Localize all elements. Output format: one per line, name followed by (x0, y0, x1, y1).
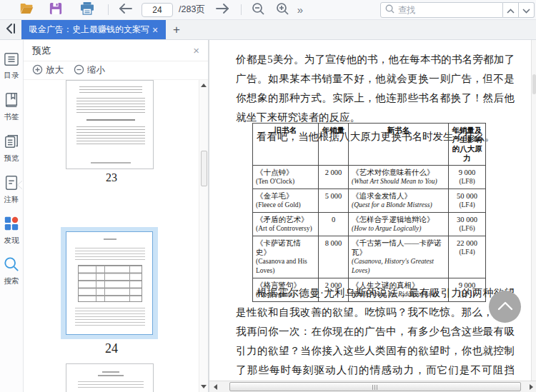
folder-open-icon (19, 2, 34, 18)
preview-panel-title: 预览 (32, 44, 51, 57)
table-row: 《矛盾的艺术》(Art of Controversy) 0 《怎样合乎逻辑地辩论… (253, 213, 486, 236)
preview-scrollbar[interactable] (199, 80, 208, 392)
tab-close-icon[interactable]: × (152, 25, 158, 35)
find-next-button[interactable] (519, 2, 535, 18)
tab-bar: 吸金广告：史上最赚钱的文案写 × + (0, 20, 536, 40)
vertical-scrollbar[interactable] (531, 40, 536, 381)
thumbnail-heading-line (86, 119, 135, 121)
collapse-left-icon (5, 24, 16, 36)
page-number-input[interactable] (142, 3, 173, 17)
scroll-right-button[interactable] (525, 381, 536, 392)
sidebar-item-annotations[interactable]: 注释 (0, 175, 23, 205)
horizontal-scrollbar[interactable] (209, 381, 536, 392)
paragraph-text: 价都是5美分。为了宣传他的书，他在每本书的书名旁都加了广告。如果某本书销量不好，… (236, 50, 515, 127)
book-rename-table: 旧书名 年销量 新书名 年销量及产生影响的八大原力 《十点钟》(Ten O'Cl… (252, 123, 486, 302)
active-panel-caret (18, 181, 23, 189)
thumbnail-title-line (98, 375, 124, 376)
find-previous-button[interactable] (503, 2, 519, 18)
table-row: 《卡萨诺瓦情史》(Casanova and His Loves) 8 000 《… (253, 236, 486, 278)
thumbnail-text-lines (75, 308, 145, 326)
zoom-out-button[interactable] (247, 1, 269, 19)
discover-grid-icon (4, 221, 19, 233)
magnifier-minus-icon (252, 2, 264, 18)
prev-page-button[interactable] (114, 1, 136, 19)
thumbnail-table (78, 265, 142, 302)
chevron-up-icon (497, 301, 513, 313)
horizontal-scrollbar-thumb[interactable] (229, 382, 521, 391)
thumbnail-page-24[interactable] (61, 227, 158, 339)
navigation-sidebar: 目录 书签 预览 注释 发现 (0, 40, 24, 392)
column-header: 年销量 (319, 124, 349, 166)
arrow-right-icon (530, 384, 533, 390)
thumbnail-text-lines (76, 98, 145, 114)
thumbnail-text-lines (79, 86, 142, 94)
plus-circle-icon (32, 64, 43, 77)
preview-panel: 预览 × 放大 缩小 (24, 40, 209, 392)
document-viewport: 价都是5美分。为了宣传他的书，他在每本书的书名旁都加了广告。如果某本书销量不好，… (209, 40, 536, 392)
scroll-up-arrow-icon[interactable] (201, 84, 207, 87)
thumbnail-page-25[interactable] (66, 363, 154, 392)
sidebar-item-toc[interactable]: 目录 (0, 52, 23, 81)
annotation-document-icon (4, 181, 19, 193)
vertical-scrollbar-thumb[interactable] (532, 74, 536, 94)
thumbnail-label-24: 24 (24, 341, 199, 356)
page-total-label: /283页 (179, 4, 205, 16)
thumbnail-page-23[interactable] (66, 80, 154, 169)
thumbnail-label-23: 23 (24, 171, 199, 184)
toolbar-separator (108, 4, 109, 15)
sidebar-item-search[interactable]: 搜索 (0, 256, 23, 286)
thumbnail-text-lines (76, 126, 145, 145)
preview-close-button[interactable]: × (193, 45, 199, 56)
preview-zoom-out-button[interactable]: 缩小 (74, 64, 105, 77)
open-file-button[interactable] (16, 1, 37, 19)
thumbnail-text-lines (78, 381, 144, 388)
scrollbar-grip-icon (372, 385, 378, 390)
arrow-left-icon (119, 4, 132, 16)
search-magnifier-icon (4, 262, 19, 274)
toc-list-icon (4, 56, 19, 69)
print-button[interactable] (76, 1, 98, 19)
search-icon (385, 4, 394, 16)
zoom-in-button[interactable] (272, 1, 293, 19)
document-page[interactable]: 价都是5美分。为了宣传他的书，他在每本书的书名旁都加了广告。如果某本书销量不好，… (209, 40, 531, 381)
thumbnail-list: 23 24 (24, 80, 199, 392)
bookmark-book-icon (4, 98, 19, 110)
minus-circle-icon (74, 64, 84, 77)
thumbnail-text-lines (75, 248, 145, 260)
search-box[interactable] (380, 2, 503, 18)
new-tab-button[interactable]: + (166, 20, 187, 39)
arrow-right-icon (216, 4, 229, 16)
search-input[interactable] (398, 5, 491, 15)
toolbar-separator (241, 4, 242, 15)
save-floppy-icon (49, 2, 62, 18)
more-tools-button[interactable]: » (297, 4, 303, 16)
preview-scrollbar-thumb[interactable] (201, 151, 207, 186)
preview-pages-icon (4, 139, 19, 151)
document-tab[interactable]: 吸金广告：史上最赚钱的文案写 × (21, 20, 166, 39)
thumbnail-footer-line (91, 162, 131, 164)
collapse-tabs-button[interactable] (0, 20, 21, 39)
sidebar-item-bookmarks[interactable]: 书签 (0, 92, 23, 122)
arrow-left-icon (214, 384, 217, 390)
sidebar-item-discover[interactable]: 发现 (0, 216, 23, 246)
sidebar-item-preview[interactable]: 预览 (0, 134, 23, 164)
table-row: 《金羊毛》(Fleece of Gold) 5 000 《追求金发情人》(Que… (253, 189, 486, 213)
chevron-up-icon (507, 4, 515, 16)
chevron-down-icon (522, 4, 530, 16)
column-header: 旧书名 (253, 124, 319, 166)
paragraph: 根据霍尔德曼·尤利乌斯的说法，最有吸引力的两种欲望是性欲和自我改善的欲望。吃惊吗… (236, 283, 515, 381)
printer-icon (80, 2, 94, 18)
back-to-top-button[interactable] (489, 291, 521, 323)
scroll-down-arrow-icon[interactable] (201, 385, 207, 388)
table-header-row: 旧书名 年销量 新书名 年销量及产生影响的八大原力 (253, 124, 486, 166)
thumbnail-title-line (102, 371, 119, 373)
top-toolbar: /283页 » (0, 0, 536, 20)
preview-zoom-in-button[interactable]: 放大 (32, 64, 64, 77)
table-row: 《十点钟》(Ten O'Clock) 2 000 《艺术对你意味着什么》(Wha… (253, 166, 486, 189)
thumbnail-header-line (104, 238, 116, 240)
scroll-left-button[interactable] (209, 381, 221, 392)
save-button[interactable] (45, 1, 66, 19)
pdf-reader-window: /283页 » (0, 0, 536, 392)
next-page-button[interactable] (212, 1, 234, 19)
tab-title: 吸金广告：史上最赚钱的文案写 (29, 24, 151, 36)
